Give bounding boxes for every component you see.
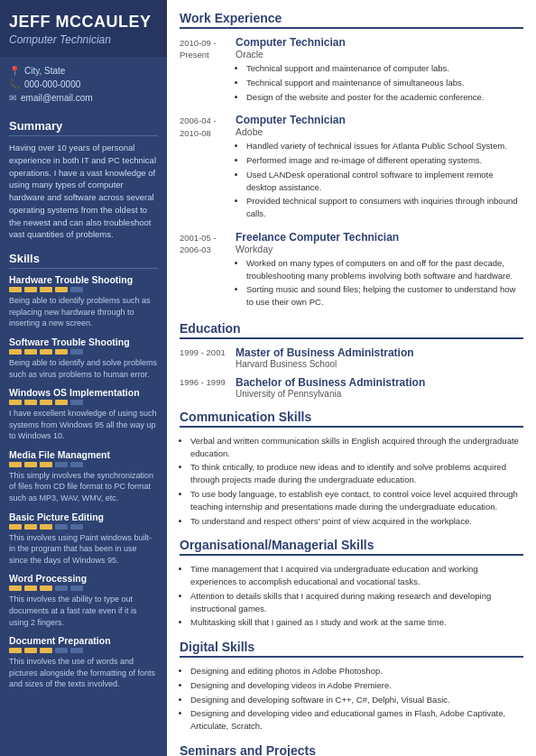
edu-content: Bachelor of Business AdministrationUnive… xyxy=(236,376,425,399)
location-text: City, State xyxy=(24,66,65,76)
skill-dot xyxy=(70,400,83,405)
job-content: Computer TechnicianOracleTechnical suppo… xyxy=(236,36,523,105)
skill-dots xyxy=(9,400,158,405)
edu-school: University of Pennsylvania xyxy=(236,389,425,399)
skill-item: Basic Picture EditingThis involves using… xyxy=(9,512,158,567)
digital-section: Digital Skills Designing and editing pho… xyxy=(180,640,523,733)
skill-desc: Being able to identify problems such as … xyxy=(9,295,158,329)
sidebar-header: JEFF MCCAULEY Computer Technician xyxy=(0,0,167,57)
skill-name: Document Preparation xyxy=(9,635,158,646)
skill-desc: Being able to identify and solve problem… xyxy=(9,357,158,380)
skill-dot xyxy=(24,585,37,591)
skill-dot xyxy=(70,287,83,292)
skill-dots xyxy=(9,524,158,530)
job-bullet: Technical support and maintenance of sim… xyxy=(246,77,523,89)
skill-desc: I have excellent knowledge of using such… xyxy=(9,408,158,442)
job-bullet: Technical support and maintenance of com… xyxy=(246,62,523,75)
skill-dot xyxy=(70,648,83,653)
work-experience-section: Work Experience 2010-09 -PresentComputer… xyxy=(180,11,523,310)
skill-dot xyxy=(24,462,37,467)
skill-dot xyxy=(70,524,83,530)
summary-section: Summary Having over 10 years of personal… xyxy=(0,112,167,244)
skill-dots xyxy=(9,462,158,467)
skills-title: Skills xyxy=(9,252,158,269)
skill-dot xyxy=(24,400,37,405)
organisational-bullet: Multitasking skill that I gained as I st… xyxy=(190,616,523,629)
edu-entry: 1999 - 2001Master of Business Administra… xyxy=(180,346,523,369)
skill-dot xyxy=(55,524,68,530)
job-title: Computer Technician xyxy=(236,36,523,49)
skill-item: Media File ManagmentThis simply involves… xyxy=(9,449,158,504)
skill-desc: This involves the ability to type out do… xyxy=(9,594,158,628)
job-bullets: Technical support and maintenance of com… xyxy=(236,62,523,103)
phone-icon: 📞 xyxy=(9,79,20,89)
job-bullet: Provided technical support to consumers … xyxy=(246,195,523,220)
communication-bullet: To use body language, to establish eye c… xyxy=(190,488,523,513)
skill-desc: This simply involves the synchronization… xyxy=(9,470,158,504)
skill-dot xyxy=(24,349,37,355)
skill-dot xyxy=(70,462,83,467)
communication-bullet: Verbal and written communication skills … xyxy=(190,435,523,460)
job-content: Computer TechnicianAdobeHandled variety … xyxy=(236,114,523,222)
job-bullet: Used LANDesk operational control softwar… xyxy=(246,169,523,194)
phone-item: 📞 000-000-0000 xyxy=(9,79,158,89)
digital-title: Digital Skills xyxy=(180,640,523,658)
digital-bullet: Designing and developing video and educa… xyxy=(190,707,523,733)
skills-list: Hardware Trouble ShootingBeing able to i… xyxy=(9,274,158,690)
digital-list: Designing and editing photos in Adobe Ph… xyxy=(180,665,523,733)
skill-name: Media File Managment xyxy=(9,449,158,460)
skill-dots xyxy=(9,585,158,591)
summary-text: Having over 10 years of personal experie… xyxy=(9,142,158,241)
skill-dots xyxy=(9,349,158,355)
skill-dot xyxy=(9,400,22,405)
skill-dot xyxy=(40,462,52,467)
candidate-name: JEFF MCCAULEY xyxy=(9,13,158,32)
edu-degree: Master of Business Administration xyxy=(236,346,414,359)
skill-name: Word Processing xyxy=(9,573,158,584)
sidebar: JEFF MCCAULEY Computer Technician 📍 City… xyxy=(0,0,167,756)
job-bullets: Handled variety of technical issues for … xyxy=(236,140,523,220)
skill-name: Software Trouble Shooting xyxy=(9,337,158,347)
job-entry: 2006-04 -2010-08Computer TechnicianAdobe… xyxy=(180,114,523,222)
job-company: Adobe xyxy=(236,126,523,137)
skill-dot xyxy=(55,349,68,355)
summary-title: Summary xyxy=(9,119,158,136)
skill-dot xyxy=(40,287,52,292)
email-icon: ✉ xyxy=(9,93,16,103)
education-list: 1999 - 2001Master of Business Administra… xyxy=(180,346,523,399)
digital-bullet: Designing and developing videos in Adobe… xyxy=(190,679,523,692)
skill-dot xyxy=(40,585,52,591)
communication-list: Verbal and written communication skills … xyxy=(180,435,523,527)
job-bullet: Performed image and re-image of differen… xyxy=(246,154,523,167)
work-experience-title: Work Experience xyxy=(180,11,523,29)
skill-dot xyxy=(55,648,68,653)
skill-desc: This involves the use of words and pictu… xyxy=(9,656,158,690)
skill-dot xyxy=(55,287,68,292)
organisational-list: Time management that I acquired via unde… xyxy=(180,563,523,629)
job-company: Workday xyxy=(236,244,523,254)
job-dates: 2010-09 -Present xyxy=(180,36,236,105)
skill-item: Hardware Trouble ShootingBeing able to i… xyxy=(9,274,158,329)
skill-item: Windows OS ImplementationI have excellen… xyxy=(9,387,158,442)
location-item: 📍 City, State xyxy=(9,66,158,76)
organisational-title: Organisational/Managerial Skills xyxy=(180,538,523,556)
job-bullet: Handled variety of technical issues for … xyxy=(246,140,523,152)
skill-dot xyxy=(9,349,22,355)
job-content: Freelance Computer TechnicianWorkdayWork… xyxy=(236,231,523,310)
skill-item: Software Trouble ShootingBeing able to i… xyxy=(9,337,158,380)
skill-dot xyxy=(9,287,22,292)
skill-dot xyxy=(70,585,83,591)
education-section: Education 1999 - 2001Master of Business … xyxy=(180,321,523,399)
skill-item: Word ProcessingThis involves the ability… xyxy=(9,573,158,628)
skill-dot xyxy=(40,524,52,530)
phone-text: 000-000-0000 xyxy=(24,79,80,89)
skill-dot xyxy=(9,585,22,591)
skill-dot xyxy=(40,349,52,355)
seminars-title: Seminars and Projects xyxy=(180,743,523,756)
skill-dot xyxy=(9,524,22,530)
skill-desc: This involves using Paint windows built-… xyxy=(9,532,158,567)
email-text: email@email.com xyxy=(21,93,93,103)
skill-dot xyxy=(40,648,52,653)
communication-section: Communication Skills Verbal and written … xyxy=(180,410,523,527)
skill-dots xyxy=(9,287,158,292)
